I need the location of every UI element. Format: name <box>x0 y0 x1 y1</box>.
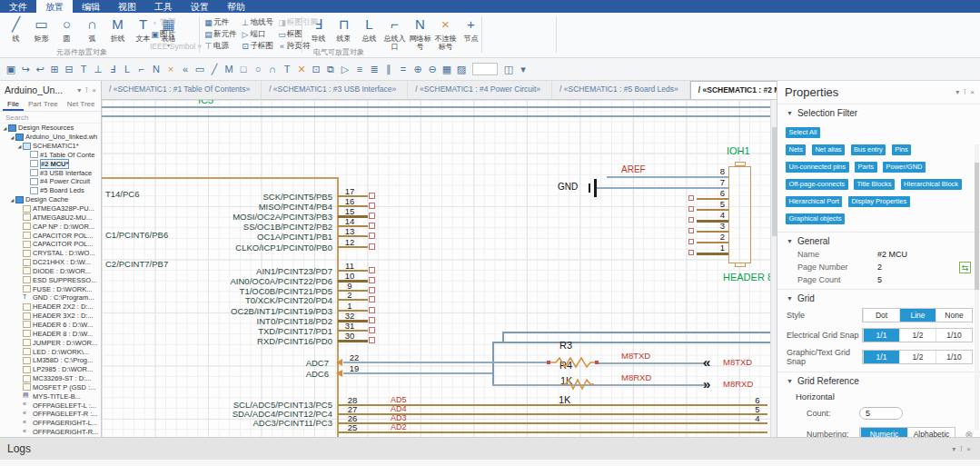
unconnected-pin-marker[interactable] <box>688 206 694 212</box>
tree-item[interactable]: HEADER 2X2 : D:... <box>0 302 101 312</box>
tree-item[interactable]: #4 Power Circuit <box>0 177 101 186</box>
unconnected-pin-marker[interactable] <box>369 233 375 239</box>
toolbar-icon[interactable]: ≡ <box>352 61 367 77</box>
toolbar-icon[interactable]: ▷ <box>338 61 352 77</box>
filter-chip[interactable]: Bus entry <box>851 144 886 155</box>
ribbon-tool[interactable]: M 折线 <box>105 15 130 48</box>
toolbar-icon[interactable]: ≣ <box>367 61 381 77</box>
tree-item[interactable]: LED : D:\WORK\... <box>0 347 101 356</box>
filter-chip[interactable]: Off-page-connects <box>786 179 848 190</box>
ribbon-tool[interactable]: ○ 圆 <box>54 15 79 48</box>
menu-item[interactable]: 文件 <box>0 0 36 13</box>
toolbar-input[interactable] <box>472 63 498 75</box>
offpage-connector-icon[interactable]: « <box>703 354 710 370</box>
pin-icon[interactable]: ⊺ <box>961 88 968 96</box>
tree-item[interactable]: JUMPER : D:\WOR... <box>0 338 101 347</box>
document-tab[interactable]: / «SCHEMATIC1 : #5 Board Leds» <box>552 81 690 99</box>
toolbar-icon[interactable]: ↩ <box>33 61 47 77</box>
toolbar-icon[interactable]: × <box>163 61 178 77</box>
unconnected-pin-marker[interactable] <box>369 193 375 199</box>
wire[interactable] <box>502 332 504 343</box>
document-tab[interactable]: / «SCHEMATIC1 : #1 Table Of Contents» <box>102 81 262 99</box>
wire[interactable] <box>502 332 770 333</box>
panel-tab[interactable]: Part Tree <box>24 99 63 111</box>
toolbar-icon[interactable]: T <box>76 61 91 77</box>
toolbar-icon[interactable]: Ⅎ <box>105 61 120 77</box>
canvas-scrollbar[interactable] <box>770 100 777 437</box>
unconnected-pin-marker[interactable] <box>369 317 375 323</box>
net-label[interactable]: AREF <box>621 164 646 174</box>
ribbon-tool[interactable]: ⊡ 子框图 <box>241 40 274 52</box>
toolbar-icon[interactable]: M <box>222 61 236 77</box>
ribbon-tool[interactable]: + 节点 <box>459 15 483 51</box>
menu-item[interactable]: 设置 <box>182 0 218 13</box>
filter-chip[interactable]: Power/GND <box>883 162 926 173</box>
component-refdes[interactable]: IOH1 <box>727 145 750 156</box>
toolbar-icon[interactable]: ▨ <box>454 61 469 77</box>
segmented-option[interactable]: Numeric <box>860 428 907 437</box>
wire[interactable] <box>102 115 770 117</box>
toolbar-icon[interactable]: ⊕ <box>411 61 425 77</box>
chevron-down-icon[interactable]: ▾ <box>950 445 957 453</box>
unconnected-pin-marker[interactable] <box>369 203 375 209</box>
menu-item[interactable]: 帮助 <box>218 0 254 13</box>
section-general[interactable]: ▼ General <box>777 232 980 248</box>
ribbon-tool[interactable]: ∩ 弧 <box>80 15 104 48</box>
ribbon-tool[interactable]: ╱ 线 <box>4 15 28 48</box>
unconnected-pin-marker[interactable] <box>369 277 375 283</box>
link-icon[interactable]: ⊗ <box>965 430 973 438</box>
ribbon-tool[interactable]: ▤ 新元件 <box>203 28 237 40</box>
sheet-name-value[interactable]: #2 MCU <box>877 250 907 259</box>
wire[interactable] <box>338 431 767 433</box>
page-number-value[interactable]: 2 <box>877 263 882 272</box>
ribbon-tool[interactable]: L 总线 <box>357 15 381 51</box>
close-icon[interactable]: × <box>90 86 98 94</box>
net-label[interactable]: AD2 <box>391 422 407 431</box>
filter-chip[interactable]: Title Blocks <box>854 179 895 190</box>
segmented-option[interactable]: Alphabetic <box>907 428 955 437</box>
toolbar-icon[interactable]: ⌐ <box>134 61 149 77</box>
toolbar-icon[interactable]: ╱ <box>207 61 222 77</box>
toolbar-icon[interactable]: L <box>120 61 134 77</box>
logs-bar[interactable]: Logs ▾ ⊺ × <box>0 437 980 460</box>
toolbar-icon[interactable]: ⊥ <box>91 61 105 77</box>
search-input[interactable]: Search <box>0 112 101 124</box>
tree-item[interactable]: CAPACITOR POL... <box>0 240 101 249</box>
toolbar-icon[interactable]: ⊞ <box>47 61 62 77</box>
offpage-net-label[interactable]: M8RXD <box>723 379 753 389</box>
pin-wire[interactable] <box>338 340 368 342</box>
segmented-option[interactable]: 1/1 <box>863 351 899 363</box>
wire[interactable] <box>492 384 705 386</box>
net-label[interactable]: AD4 <box>391 404 407 413</box>
filter-chip[interactable]: Graphical objects <box>786 213 845 224</box>
tree-item[interactable]: CAPACITOR POL... <box>0 231 101 240</box>
tree-item[interactable]: ◢ Design Resources <box>0 124 101 133</box>
tree-item[interactable]: ATMEGA8U2-MU... <box>0 213 101 222</box>
document-tab[interactable]: / «SCHEMATIC1 : #3 USB Interface» <box>262 81 408 99</box>
segmented-option[interactable]: 1/2 <box>899 329 935 342</box>
component-value[interactable]: 1K <box>559 394 570 405</box>
tree-item[interactable]: ◢ Design Cache <box>0 195 101 204</box>
chevron-down-icon[interactable]: ▾ <box>75 86 83 94</box>
ribbon-tool[interactable]: ▦ 元件 <box>203 16 237 28</box>
toolbar-icon[interactable]: ⊟ <box>62 61 76 77</box>
ribbon-tool[interactable]: ⌐ 总线入口 <box>382 15 407 51</box>
unconnected-pin-marker[interactable] <box>369 307 375 313</box>
filter-chip[interactable]: Display Properties <box>848 196 910 207</box>
tree-item[interactable]: « OFFPAGERIGHT-L... <box>0 419 101 428</box>
resistor-symbol[interactable] <box>563 379 594 391</box>
unconnected-pin-marker[interactable] <box>688 195 694 201</box>
ribbon-tool[interactable]: ▷ 端口 <box>241 28 274 40</box>
filter-chip[interactable]: Hierarchical Port <box>786 196 842 207</box>
menu-item[interactable]: 工具 <box>145 0 182 13</box>
tree-item[interactable]: « OFFPAGERIGHT-R... <box>0 428 101 437</box>
filter-chip[interactable]: Parts <box>855 162 877 173</box>
chevron-down-icon[interactable]: ▾ <box>954 88 961 96</box>
menu-item[interactable]: 放置 <box>36 0 73 13</box>
unconnected-pin-marker[interactable] <box>369 213 375 219</box>
properties-scrollbar[interactable] <box>975 144 979 431</box>
close-icon[interactable]: × <box>965 445 973 453</box>
connector-body[interactable] <box>728 166 751 263</box>
tree-item[interactable]: ◢ Arduino_Uno_linked.wh <box>0 133 101 142</box>
filter-chip[interactable]: Hierarchical Block <box>901 179 962 190</box>
